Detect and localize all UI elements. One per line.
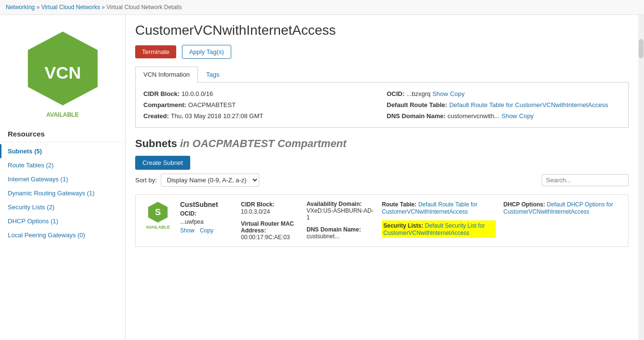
resources-title: Resources	[0, 126, 125, 142]
breadcrumb-vcn[interactable]: Virtual Cloud Networks	[41, 4, 100, 11]
sidebar-item-subnets[interactable]: Subnets (5)	[0, 144, 125, 158]
sidebar-item-route-tables[interactable]: Route Tables (2)	[0, 158, 125, 172]
dns-copy-link[interactable]: Copy	[519, 112, 533, 120]
default-route-link[interactable]: Default Route Table for CustomerVCNwithI…	[449, 101, 608, 109]
scrollbar-thumb[interactable]	[639, 39, 644, 58]
breadcrumb: Networking » Virtual Cloud Networks » Vi…	[0, 0, 644, 15]
sort-label: Sort by:	[135, 177, 157, 184]
subnet-status: AVAILABLE	[146, 225, 170, 230]
subnet-dhcp-col: DHCP Options: Default DHCP Options for C…	[504, 201, 620, 215]
sidebar-item-internet-gateways[interactable]: Internet Gateways (1)	[0, 172, 125, 186]
vcn-logo-text: VCN	[44, 63, 81, 82]
sidebar-nav: Subnets (5) Route Tables (2) Internet Ga…	[0, 142, 125, 244]
info-compartment: Compartment: OACPMABTEST	[143, 101, 377, 109]
apply-tags-button[interactable]: Apply Tag(s)	[182, 45, 231, 59]
sort-select[interactable]: Display Name (0-9, A-Z, a-z)CIDR BlockCr…	[161, 174, 259, 187]
sidebar: VCN AVAILABLE Resources Subnets (5) Rout…	[0, 15, 126, 340]
info-default-route: Default Route Table: Default Route Table…	[387, 101, 620, 109]
page-title: CustomerVCNwithInternetAccess	[135, 23, 629, 38]
tab-tags[interactable]: Tags	[198, 67, 227, 82]
create-subnet-button[interactable]: Create Subnet	[135, 156, 190, 170]
sort-bar: Sort by: Display Name (0-9, A-Z, a-z)CID…	[135, 170, 629, 190]
vcn-hexagon: VCN	[22, 27, 104, 109]
sidebar-item-lpg[interactable]: Local Peering Gateways (0)	[0, 228, 125, 242]
breadcrumb-networking[interactable]: Networking	[6, 4, 35, 11]
subnets-section-title: Subnets in OACPMABTEST Compartment	[135, 137, 629, 150]
search-input[interactable]	[542, 174, 629, 186]
sidebar-item-drg[interactable]: Dynamic Routing Gateways (1)	[0, 186, 125, 200]
tab-vcn-info[interactable]: VCN Information	[135, 67, 198, 82]
svg-text:S: S	[155, 207, 161, 217]
subnet-route-col: Route Table: Default Route Table for Cus…	[382, 201, 496, 238]
info-created: Created: Thu, 03 May 2018 10:27:08 GMT	[143, 112, 377, 120]
subnet-name: CustSubnet	[180, 201, 233, 208]
dns-show-link[interactable]: Show	[502, 112, 518, 120]
sidebar-item-dhcp-options[interactable]: DHCP Options (1)	[0, 214, 125, 228]
info-dns-domain: DNS Domain Name: customervcnwith... Show…	[387, 112, 620, 120]
subnet-ocid-show[interactable]: Show	[180, 227, 195, 234]
ocid-copy-link[interactable]: Copy	[450, 90, 464, 97]
subnet-icon-area: S AVAILABLE	[143, 201, 172, 230]
sidebar-item-security-lists[interactable]: Security Lists (2)	[0, 200, 125, 214]
subnet-avail-col: Availability Domain: VXeD:US-ASHBURN-AD-…	[307, 201, 374, 240]
terminate-button[interactable]: Terminate	[135, 45, 176, 58]
table-row: S AVAILABLE CustSubnet OCID: ...uwfpea S…	[136, 195, 628, 246]
breadcrumb-detail: Virtual Cloud Network Details	[107, 4, 182, 11]
scrollbar-area	[638, 15, 644, 340]
info-cidr: CIDR Block: 10.0.0.0/16	[143, 90, 377, 97]
vcn-status-label: AVAILABLE	[46, 111, 79, 118]
subnet-ocid-copy[interactable]: Copy	[200, 227, 213, 234]
action-buttons: Terminate Apply Tag(s)	[135, 45, 629, 59]
info-ocid: OCID: ...bzxgrq Show Copy	[387, 90, 620, 97]
main-content: CustomerVCNwithInternetAccess Terminate …	[126, 15, 638, 340]
subnet-security-lists: Security Lists: Default Security List fo…	[382, 220, 496, 238]
tab-bar: VCN Information Tags	[135, 67, 629, 82]
ocid-show-link[interactable]: Show	[433, 90, 448, 97]
subnet-hex-icon: S	[146, 201, 169, 224]
subnet-ocid-value: ...uwfpea	[180, 218, 233, 225]
vcn-logo-area: VCN AVAILABLE	[0, 23, 125, 126]
subnet-list: S AVAILABLE CustSubnet OCID: ...uwfpea S…	[135, 194, 629, 247]
subnet-name-col: CustSubnet OCID: ...uwfpea Show Copy	[180, 201, 233, 234]
tab-content-vcn-info: CIDR Block: 10.0.0.0/16 Compartment: OAC…	[135, 82, 629, 128]
subnet-cidr-col: CIDR Block: 10.0.3.0/24 Virtual Router M…	[241, 201, 299, 241]
